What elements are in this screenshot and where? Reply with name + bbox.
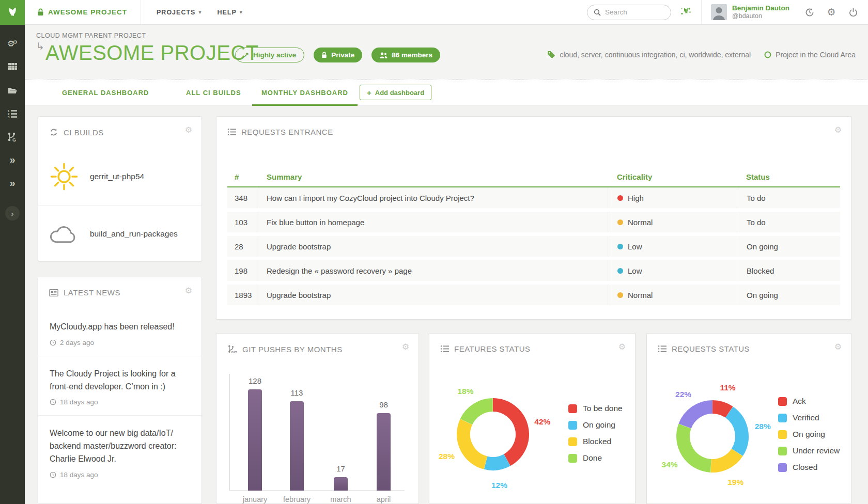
table-row[interactable]: 28 Upgrade bootstrap Low On going [227, 236, 840, 257]
table-row[interactable]: 198 Redesign the « password recovery » p… [227, 260, 840, 281]
news-item[interactable]: MyCloudy.app has been released! 2 days a… [38, 309, 202, 356]
news-title: MyCloudy.app has been released! [50, 321, 190, 334]
tab-general-dashboard[interactable]: GENERAL DASHBOARD [62, 80, 149, 106]
list-icon [440, 344, 449, 353]
news-item[interactable]: Welcome to our new big data/IoT/ backend… [38, 416, 202, 487]
menu-projects[interactable]: PROJECTS ▾ [157, 9, 202, 16]
column-header-summary[interactable]: Summary [257, 172, 608, 181]
column-header-status[interactable]: Status [737, 167, 840, 186]
legend-swatch-icon [778, 463, 787, 472]
ci-build-job[interactable]: build_and_run-packages [38, 207, 202, 261]
legend-label: Done [583, 453, 602, 463]
tuleap-mini-logo-icon[interactable] [679, 5, 692, 20]
parent-project-breadcrumb[interactable]: CLOUD MGMT PARENT PROJECT [36, 32, 146, 39]
sidebar-item-plugin-2[interactable]: » [0, 171, 25, 195]
table-row[interactable]: 1893 Upgrade bootstrap Normal On going [227, 285, 840, 305]
menu-projects-label: PROJECTS [157, 9, 195, 16]
table-row[interactable]: 348 How can I import my CozyCloud projec… [227, 187, 840, 208]
widget-settings-gear-icon[interactable]: ⚙ [834, 342, 842, 352]
tab-all-ci-builds[interactable]: ALL CI BUILDS [186, 80, 241, 106]
bar-value-label: 128 [249, 376, 261, 385]
widget-settings-gear-icon[interactable]: ⚙ [185, 125, 192, 135]
widget-title: GIT PUSHES BY MONTHS [242, 345, 343, 354]
sidebar-item-trackers[interactable]: 123 [0, 102, 25, 125]
project-area[interactable]: Project in the Cloud Area [764, 51, 856, 59]
criticality-dot-icon [617, 292, 623, 298]
request-status: To do [737, 187, 840, 208]
legend-swatch-icon [568, 404, 577, 413]
clock-icon [50, 339, 56, 346]
legend-label: Under review [793, 446, 840, 455]
widget-settings-gear-icon[interactable]: ⚙ [402, 342, 409, 352]
menu-help[interactable]: HELP ▾ [217, 9, 242, 16]
grid-icon [8, 62, 18, 72]
circle-outline-icon [764, 51, 771, 58]
search-input[interactable] [605, 8, 662, 16]
table-row[interactable]: 103 Fix blue button in homepage Normal T… [227, 212, 840, 232]
gears-icon: ⚙ ⚙ [7, 38, 18, 50]
news-date-text: 18 days ago [60, 471, 98, 479]
news-item[interactable]: The Cloudy Project is looking for a fron… [38, 356, 202, 416]
sidebar-collapse-button[interactable]: › [5, 206, 20, 220]
history-button[interactable] [799, 7, 820, 18]
requests-status-legend: AckVerifiedOn goingUnder reviewClosed [778, 397, 840, 479]
requests-table-header: # Summary Criticality Status [227, 167, 840, 187]
donut-percent-label: 22% [675, 390, 691, 399]
sidebar-item-git[interactable]: G [0, 125, 25, 148]
widget-ci-builds: CI BUILDS ⚙ gerrit_ut-php54 build_and_ru… [38, 116, 202, 261]
donut-percent-label: 19% [727, 478, 743, 486]
request-status: On going [737, 285, 840, 305]
user-handle: @bdauton [732, 12, 789, 20]
bar-category-label: april [377, 495, 391, 503]
project-area-text: Project in the Cloud Area [776, 51, 856, 59]
legend-item: To be done [568, 404, 623, 413]
widget-settings-gear-icon[interactable]: ⚙ [185, 286, 192, 295]
settings-button[interactable]: ⚙ [820, 6, 842, 18]
sidebar-item-admin[interactable]: ⚙ ⚙ [0, 32, 25, 55]
privacy-badge[interactable]: Private [314, 48, 362, 62]
legend-swatch-icon [568, 437, 577, 446]
app-logo[interactable] [0, 0, 25, 25]
privacy-badge-label: Private [331, 51, 354, 59]
activity-badge[interactable]: ↗ Highly active [235, 48, 304, 62]
trending-arrow-icon: ↗ [243, 51, 249, 59]
navbar-project-link[interactable]: AWESOME PROJECT [25, 0, 141, 24]
legend-item: Done [568, 453, 623, 463]
column-header-criticality[interactable]: Criticality [608, 167, 737, 186]
sidebar-item-plugin-1[interactable]: » [0, 148, 25, 171]
user-menu[interactable]: Benjamin Dauton @bdauton [702, 4, 799, 20]
sidebar-item-dashboard[interactable] [0, 55, 25, 78]
bar-category-label: january [242, 495, 268, 503]
add-dashboard-button[interactable]: + Add dashboard [360, 85, 431, 100]
logout-button[interactable] [842, 7, 864, 17]
donut-percent-label: 34% [662, 460, 678, 469]
sidebar: ⚙ ⚙ 123 [0, 0, 25, 504]
members-badge[interactable]: 86 members [371, 48, 440, 62]
donut-segment [683, 426, 711, 466]
widget-settings-gear-icon[interactable]: ⚙ [834, 125, 842, 135]
donut-segment [466, 405, 492, 422]
project-tags-text: cloud, server, continuous integration, c… [560, 51, 751, 59]
widget-title: REQUESTS STATUS [672, 344, 750, 353]
clock-icon [50, 399, 56, 405]
request-summary: Redesign the « password recovery » page [257, 266, 608, 275]
add-dashboard-label: Add dashboard [375, 89, 424, 97]
sidebar-item-documents[interactable] [0, 78, 25, 102]
bar-category-label: february [283, 495, 311, 503]
request-criticality: Normal [628, 218, 653, 227]
request-summary: Fix blue button in homepage [257, 218, 608, 227]
legend-item: Closed [778, 463, 840, 472]
widget-settings-gear-icon[interactable]: ⚙ [618, 342, 626, 352]
tab-monthly-dashboard[interactable]: MONTHLY DASHBOARD [261, 80, 348, 106]
project-tags[interactable]: cloud, server, continuous integration, c… [547, 51, 751, 59]
request-criticality: Low [628, 266, 642, 275]
double-chevron-right-icon: » [9, 177, 15, 189]
ci-build-job[interactable]: gerrit_ut-php54 [38, 148, 202, 206]
subproject-arrow-icon: ↳ [36, 40, 44, 52]
request-criticality: Low [628, 242, 642, 251]
news-date-text: 2 days ago [60, 339, 94, 346]
search-box[interactable] [587, 5, 671, 20]
column-header-id[interactable]: # [227, 167, 257, 186]
donut-percent-label: 11% [720, 383, 735, 392]
donut-percent-label: 42% [534, 417, 550, 426]
